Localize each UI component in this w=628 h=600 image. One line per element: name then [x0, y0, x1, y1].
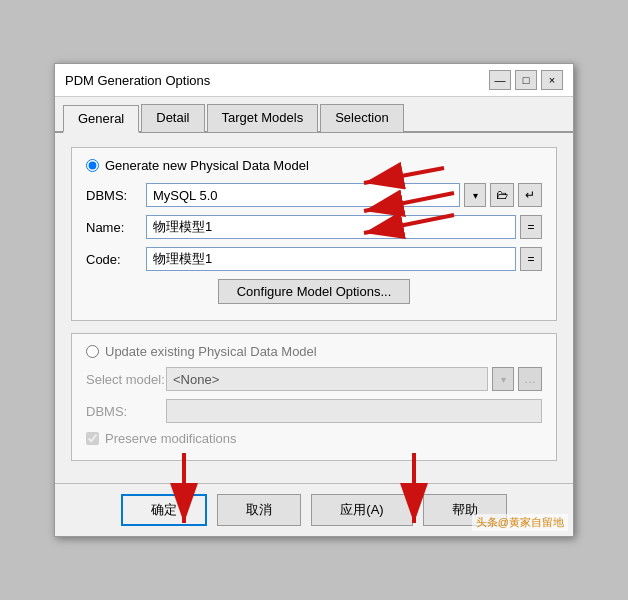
existing-dbms-row: DBMS: [86, 399, 542, 423]
select-model-browse-button: … [518, 367, 542, 391]
code-input[interactable] [146, 247, 516, 271]
apply-button[interactable]: 应用(A) [311, 494, 412, 526]
tab-selection[interactable]: Selection [320, 104, 403, 132]
select-model-dropdown-button: ▾ [492, 367, 514, 391]
tab-target-models[interactable]: Target Models [207, 104, 319, 132]
select-model-label: Select model: [86, 372, 166, 387]
minimize-button[interactable]: — [489, 70, 511, 90]
dbms-dropdown-button[interactable]: ▾ [464, 183, 486, 207]
existing-pdm-section: Update existing Physical Data Model Sele… [71, 333, 557, 461]
main-window: PDM Generation Options — □ × General Det… [54, 63, 574, 537]
dbms-arrow-button[interactable]: ↵ [518, 183, 542, 207]
existing-dbms-input-wrap [166, 399, 542, 423]
name-input[interactable] [146, 215, 516, 239]
dbms-input[interactable] [146, 183, 460, 207]
tab-detail[interactable]: Detail [141, 104, 204, 132]
existing-dbms-label: DBMS: [86, 404, 166, 419]
code-label: Code: [86, 252, 146, 267]
update-existing-radio-row: Update existing Physical Data Model [86, 344, 542, 359]
select-model-row: Select model: ▾ … [86, 367, 542, 391]
window-title: PDM Generation Options [65, 73, 210, 88]
name-eq-button[interactable]: = [520, 215, 542, 239]
title-bar: PDM Generation Options — □ × [55, 64, 573, 97]
code-row: Code: = [86, 247, 542, 271]
preserve-modifications-label: Preserve modifications [105, 431, 237, 446]
cancel-button[interactable]: 取消 [217, 494, 301, 526]
maximize-button[interactable]: □ [515, 70, 537, 90]
preserve-modifications-row: Preserve modifications [86, 431, 542, 446]
tab-content: Generate new Physical Data Model DBMS: ▾… [55, 133, 573, 483]
dbms-label: DBMS: [86, 188, 146, 203]
code-input-wrap: = [146, 247, 542, 271]
name-label: Name: [86, 220, 146, 235]
update-existing-radio[interactable] [86, 345, 99, 358]
existing-dbms-input [166, 399, 542, 423]
tab-bar: General Detail Target Models Selection [55, 97, 573, 133]
generate-new-label: Generate new Physical Data Model [105, 158, 309, 173]
watermark: 头条@黄家自留地 [472, 514, 568, 531]
dbms-folder-button[interactable]: 🗁 [490, 183, 514, 207]
close-button[interactable]: × [541, 70, 563, 90]
name-input-wrap: = [146, 215, 542, 239]
dbms-row: DBMS: ▾ 🗁 ↵ [86, 183, 542, 207]
new-pdm-section: Generate new Physical Data Model DBMS: ▾… [71, 147, 557, 321]
ok-button[interactable]: 确定 [121, 494, 207, 526]
name-row: Name: = [86, 215, 542, 239]
preserve-modifications-checkbox [86, 432, 99, 445]
configure-model-options-button[interactable]: Configure Model Options... [218, 279, 411, 304]
code-eq-button[interactable]: = [520, 247, 542, 271]
select-model-input-wrap: ▾ … [166, 367, 542, 391]
dbms-input-wrap: ▾ 🗁 ↵ [146, 183, 542, 207]
update-existing-label: Update existing Physical Data Model [105, 344, 317, 359]
tab-general[interactable]: General [63, 105, 139, 133]
title-bar-controls: — □ × [489, 70, 563, 90]
generate-new-radio[interactable] [86, 159, 99, 172]
select-model-input [166, 367, 488, 391]
generate-new-radio-row: Generate new Physical Data Model [86, 158, 542, 173]
